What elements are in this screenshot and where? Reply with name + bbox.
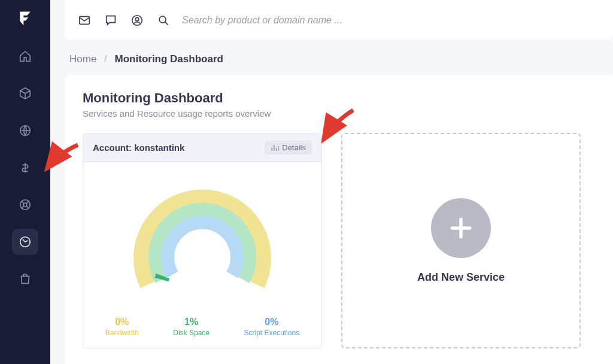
- metrics-row: 0% Bandwidth 1% Disk Space 0% Script Exe…: [83, 311, 321, 348]
- svg-point-7: [159, 16, 166, 23]
- metric-script: 0% Script Executions: [244, 317, 300, 337]
- breadcrumb-home[interactable]: Home: [69, 53, 96, 65]
- svg-point-2: [23, 203, 27, 207]
- metric-disk-value: 1%: [173, 317, 210, 327]
- breadcrumb-current: Monitoring Dashboard: [115, 53, 223, 65]
- mail-icon[interactable]: [77, 13, 92, 28]
- account-icon[interactable]: [129, 13, 145, 28]
- svg-point-6: [135, 17, 139, 21]
- details-label: Details: [282, 143, 306, 152]
- nav-monitoring[interactable]: [12, 229, 38, 255]
- chat-icon[interactable]: [103, 13, 119, 28]
- metric-disk: 1% Disk Space: [173, 317, 210, 337]
- gauge: [83, 162, 321, 311]
- account-card-title: Account: konstantink: [93, 142, 184, 153]
- details-button[interactable]: Details: [265, 141, 312, 154]
- brand-logo: [16, 8, 35, 28]
- sidebar: [0, 0, 50, 364]
- nav-home[interactable]: [12, 43, 38, 69]
- metric-script-label: Script Executions: [244, 329, 300, 337]
- topbar: [65, 0, 613, 40]
- add-service-card[interactable]: Add New Service: [341, 133, 581, 348]
- metric-script-value: 0%: [244, 317, 300, 327]
- nav-help[interactable]: [12, 192, 38, 218]
- account-card-header: Account: konstantink Details: [83, 134, 321, 162]
- nav-billing[interactable]: [12, 154, 38, 181]
- chart-icon: [271, 144, 279, 152]
- nav-box[interactable]: [12, 80, 38, 107]
- metric-bandwidth: 0% Bandwidth: [105, 317, 139, 337]
- page-subtitle: Services and Resource usage reports over…: [83, 108, 595, 119]
- search-input[interactable]: [182, 11, 601, 29]
- metric-disk-label: Disk Space: [173, 329, 210, 337]
- content: Monitoring Dashboard Services and Resour…: [65, 75, 613, 364]
- breadcrumb: Home / Monitoring Dashboard: [69, 53, 613, 65]
- metric-bandwidth-label: Bandwidth: [105, 329, 139, 337]
- add-service-label: Add New Service: [417, 271, 505, 284]
- nav-globe[interactable]: [12, 117, 38, 144]
- cards-row: Account: konstantink Details: [83, 133, 595, 348]
- account-card: Account: konstantink Details: [83, 133, 322, 348]
- main-area: Home / Monitoring Dashboard Monitoring D…: [50, 0, 613, 364]
- search-icon[interactable]: [156, 13, 171, 28]
- plus-icon: [431, 198, 491, 258]
- nav-shop[interactable]: [12, 266, 38, 292]
- metric-bandwidth-value: 0%: [105, 317, 139, 327]
- page-title: Monitoring Dashboard: [83, 90, 595, 106]
- breadcrumb-separator: /: [104, 53, 107, 65]
